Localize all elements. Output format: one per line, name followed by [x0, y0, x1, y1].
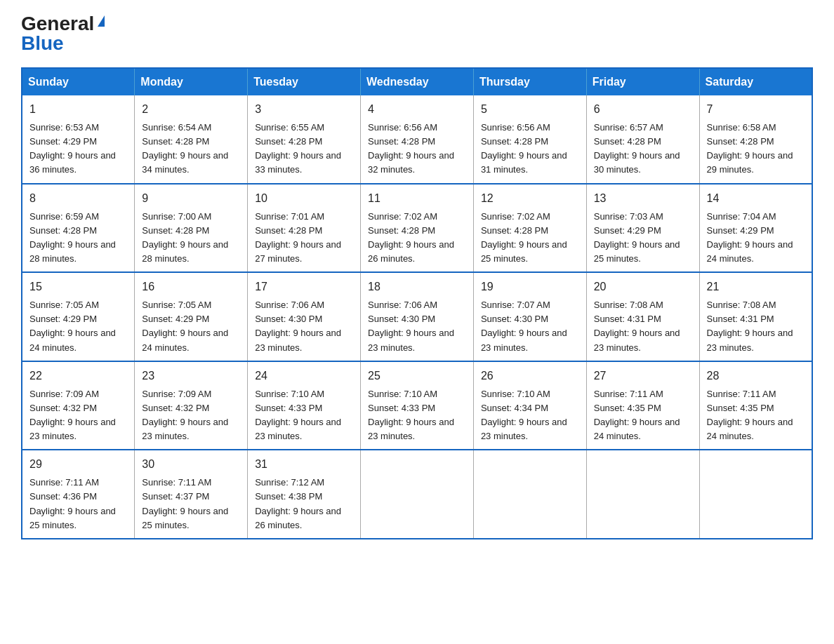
day-number: 6 — [594, 101, 692, 118]
calendar-cell: 4 Sunrise: 6:56 AMSunset: 4:28 PMDayligh… — [361, 95, 474, 184]
day-number: 30 — [142, 456, 240, 473]
calendar-cell: 8 Sunrise: 6:59 AMSunset: 4:28 PMDayligh… — [22, 184, 135, 273]
calendar-cell: 3 Sunrise: 6:55 AMSunset: 4:28 PMDayligh… — [248, 95, 361, 184]
day-number: 16 — [142, 279, 240, 295]
day-number: 27 — [594, 368, 692, 384]
day-info: Sunrise: 7:11 AMSunset: 4:35 PMDaylight:… — [707, 389, 793, 441]
calendar-cell: 2 Sunrise: 6:54 AMSunset: 4:28 PMDayligh… — [135, 95, 248, 184]
calendar-cell: 1 Sunrise: 6:53 AMSunset: 4:29 PMDayligh… — [22, 95, 135, 184]
day-number: 29 — [29, 456, 127, 473]
day-number: 5 — [481, 101, 579, 118]
day-info: Sunrise: 6:53 AMSunset: 4:29 PMDaylight:… — [29, 122, 116, 175]
calendar-week-row: 15 Sunrise: 7:05 AMSunset: 4:29 PMDaylig… — [22, 272, 812, 361]
day-number: 7 — [707, 101, 805, 118]
calendar-cell: 5 Sunrise: 6:56 AMSunset: 4:28 PMDayligh… — [473, 95, 586, 184]
day-info: Sunrise: 7:06 AMSunset: 4:30 PMDaylight:… — [368, 300, 454, 352]
calendar-cell: 23 Sunrise: 7:09 AMSunset: 4:32 PMDaylig… — [135, 361, 248, 450]
day-info: Sunrise: 7:02 AMSunset: 4:28 PMDaylight:… — [481, 211, 567, 264]
day-info: Sunrise: 7:04 AMSunset: 4:29 PMDaylight:… — [707, 211, 793, 264]
day-number: 19 — [481, 279, 579, 295]
calendar-cell: 15 Sunrise: 7:05 AMSunset: 4:29 PMDaylig… — [22, 272, 135, 361]
day-info: Sunrise: 7:10 AMSunset: 4:33 PMDaylight:… — [255, 389, 341, 441]
calendar-cell: 25 Sunrise: 7:10 AMSunset: 4:33 PMDaylig… — [361, 361, 474, 450]
day-info: Sunrise: 7:02 AMSunset: 4:28 PMDaylight:… — [368, 211, 454, 264]
calendar-cell: 14 Sunrise: 7:04 AMSunset: 4:29 PMDaylig… — [699, 184, 812, 273]
calendar-cell: 12 Sunrise: 7:02 AMSunset: 4:28 PMDaylig… — [473, 184, 586, 273]
calendar-cell: 17 Sunrise: 7:06 AMSunset: 4:30 PMDaylig… — [248, 272, 361, 361]
day-info: Sunrise: 6:54 AMSunset: 4:28 PMDaylight:… — [142, 122, 228, 175]
calendar-cell: 27 Sunrise: 7:11 AMSunset: 4:35 PMDaylig… — [586, 361, 699, 450]
day-number: 24 — [255, 368, 353, 384]
calendar-cell: 26 Sunrise: 7:10 AMSunset: 4:34 PMDaylig… — [473, 361, 586, 450]
calendar-cell — [699, 450, 812, 539]
calendar-week-row: 8 Sunrise: 6:59 AMSunset: 4:28 PMDayligh… — [22, 184, 812, 273]
calendar-cell: 10 Sunrise: 7:01 AMSunset: 4:28 PMDaylig… — [248, 184, 361, 273]
day-number: 2 — [142, 101, 240, 118]
column-header-monday: Monday — [135, 68, 248, 95]
calendar-cell: 28 Sunrise: 7:11 AMSunset: 4:35 PMDaylig… — [699, 361, 812, 450]
day-info: Sunrise: 7:11 AMSunset: 4:35 PMDaylight:… — [594, 389, 680, 441]
day-info: Sunrise: 7:00 AMSunset: 4:28 PMDaylight:… — [142, 211, 228, 264]
day-info: Sunrise: 6:56 AMSunset: 4:28 PMDaylight:… — [481, 122, 567, 175]
day-info: Sunrise: 6:59 AMSunset: 4:28 PMDaylight:… — [29, 211, 116, 264]
column-header-saturday: Saturday — [699, 68, 812, 95]
column-header-friday: Friday — [586, 68, 699, 95]
calendar-cell — [473, 450, 586, 539]
day-info: Sunrise: 7:12 AMSunset: 4:38 PMDaylight:… — [255, 477, 341, 530]
calendar-cell: 21 Sunrise: 7:08 AMSunset: 4:31 PMDaylig… — [699, 272, 812, 361]
day-number: 12 — [481, 190, 579, 207]
day-number: 8 — [29, 190, 127, 207]
day-info: Sunrise: 7:09 AMSunset: 4:32 PMDaylight:… — [29, 389, 116, 441]
day-number: 20 — [594, 279, 692, 295]
day-info: Sunrise: 7:11 AMSunset: 4:36 PMDaylight:… — [29, 477, 116, 530]
day-info: Sunrise: 7:11 AMSunset: 4:37 PMDaylight:… — [142, 477, 228, 530]
day-info: Sunrise: 6:55 AMSunset: 4:28 PMDaylight:… — [255, 122, 341, 175]
day-info: Sunrise: 7:10 AMSunset: 4:33 PMDaylight:… — [368, 389, 454, 441]
day-info: Sunrise: 7:01 AMSunset: 4:28 PMDaylight:… — [255, 211, 341, 264]
calendar-cell: 11 Sunrise: 7:02 AMSunset: 4:28 PMDaylig… — [361, 184, 474, 273]
day-info: Sunrise: 7:10 AMSunset: 4:34 PMDaylight:… — [481, 389, 567, 441]
calendar-cell — [586, 450, 699, 539]
column-header-wednesday: Wednesday — [361, 68, 474, 95]
calendar-cell: 9 Sunrise: 7:00 AMSunset: 4:28 PMDayligh… — [135, 184, 248, 273]
day-number: 10 — [255, 190, 353, 207]
calendar-cell: 29 Sunrise: 7:11 AMSunset: 4:36 PMDaylig… — [22, 450, 135, 539]
day-info: Sunrise: 7:08 AMSunset: 4:31 PMDaylight:… — [594, 300, 680, 352]
column-header-thursday: Thursday — [473, 68, 586, 95]
logo-general-text: General — [21, 14, 94, 34]
calendar-week-row: 22 Sunrise: 7:09 AMSunset: 4:32 PMDaylig… — [22, 361, 812, 450]
day-info: Sunrise: 7:06 AMSunset: 4:30 PMDaylight:… — [255, 300, 341, 352]
day-number: 31 — [255, 456, 353, 473]
logo: General Blue — [21, 14, 105, 53]
day-number: 9 — [142, 190, 240, 207]
calendar-cell: 22 Sunrise: 7:09 AMSunset: 4:32 PMDaylig… — [22, 361, 135, 450]
column-header-sunday: Sunday — [22, 68, 135, 95]
day-info: Sunrise: 7:05 AMSunset: 4:29 PMDaylight:… — [29, 300, 116, 352]
day-number: 14 — [707, 190, 805, 207]
calendar-cell: 19 Sunrise: 7:07 AMSunset: 4:30 PMDaylig… — [473, 272, 586, 361]
logo-blue-text: Blue — [21, 34, 64, 53]
day-number: 28 — [707, 368, 805, 384]
day-number: 1 — [29, 101, 127, 118]
day-number: 18 — [368, 279, 466, 295]
calendar-cell: 18 Sunrise: 7:06 AMSunset: 4:30 PMDaylig… — [361, 272, 474, 361]
calendar-cell — [361, 450, 474, 539]
day-number: 25 — [368, 368, 466, 384]
day-info: Sunrise: 7:03 AMSunset: 4:29 PMDaylight:… — [594, 211, 680, 264]
day-number: 22 — [29, 368, 127, 384]
column-header-tuesday: Tuesday — [248, 68, 361, 95]
day-number: 15 — [29, 279, 127, 295]
day-info: Sunrise: 7:08 AMSunset: 4:31 PMDaylight:… — [707, 300, 793, 352]
day-info: Sunrise: 6:56 AMSunset: 4:28 PMDaylight:… — [368, 122, 454, 175]
day-number: 17 — [255, 279, 353, 295]
day-info: Sunrise: 6:58 AMSunset: 4:28 PMDaylight:… — [707, 122, 793, 175]
day-number: 11 — [368, 190, 466, 207]
day-number: 21 — [707, 279, 805, 295]
calendar-header-row: SundayMondayTuesdayWednesdayThursdayFrid… — [22, 68, 812, 95]
day-number: 3 — [255, 101, 353, 118]
day-number: 13 — [594, 190, 692, 207]
day-number: 4 — [368, 101, 466, 118]
day-number: 23 — [142, 368, 240, 384]
calendar-week-row: 1 Sunrise: 6:53 AMSunset: 4:29 PMDayligh… — [22, 95, 812, 184]
day-info: Sunrise: 6:57 AMSunset: 4:28 PMDaylight:… — [594, 122, 680, 175]
